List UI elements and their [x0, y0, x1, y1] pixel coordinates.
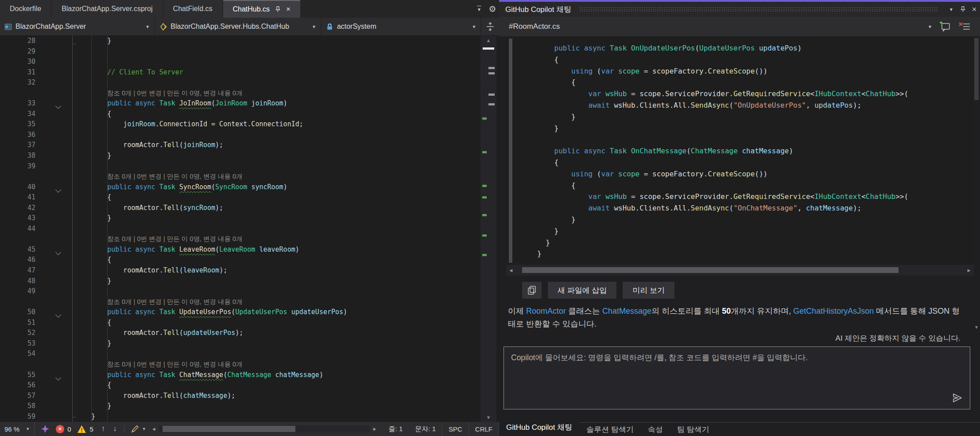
- code-token: {: [75, 381, 111, 389]
- send-button[interactable]: [952, 393, 963, 403]
- code-token: var: [589, 192, 601, 201]
- error-summary[interactable]: × 0: [56, 425, 71, 433]
- tool-tab[interactable]: 팀 탐색기: [670, 424, 717, 435]
- status-line-ending[interactable]: CRLF: [469, 422, 499, 436]
- scrollbar-thumb[interactable]: [974, 38, 979, 100]
- line-number: 38: [0, 151, 35, 161]
- code-token: ): [319, 371, 323, 379]
- tool-tab-copilot-active[interactable]: GitHub Copilot 채팅: [499, 418, 579, 436]
- tab-chathub-active[interactable]: ChatHub.cs ×: [223, 0, 301, 18]
- status-line-number[interactable]: 줄: 1: [383, 422, 409, 436]
- close-icon[interactable]: ×: [968, 5, 980, 14]
- code-line: {: [537, 180, 908, 191]
- gear-icon[interactable]: ⚙: [486, 0, 499, 18]
- code-token: Tell: [163, 266, 179, 274]
- context-file-combobox[interactable]: #RoomActor.cs ▼: [504, 20, 932, 33]
- response-link[interactable]: ChatMessage: [602, 307, 651, 315]
- scrollbar-thumb[interactable]: [163, 426, 295, 432]
- code-token: "OnChatMessage": [733, 204, 798, 212]
- navigate-up-icon[interactable]: ↑: [101, 424, 105, 433]
- warning-summary[interactable]: 5: [77, 425, 93, 433]
- navigate-down-icon[interactable]: ↓: [113, 424, 117, 433]
- scrollbar-track[interactable]: [159, 425, 370, 432]
- codelens-link[interactable]: 참조 0개 | 0번 변경 | 만든 이 0명, 변경 내용 0개: [107, 297, 243, 308]
- preview-button[interactable]: 미리 보기: [623, 282, 674, 299]
- code-token: (: [729, 204, 734, 212]
- status-column-number[interactable]: 문자: 1: [409, 422, 442, 436]
- scrollbar-thumb[interactable]: [522, 267, 899, 273]
- code-token: UpdateUserPos: [235, 308, 287, 316]
- code-token: async: [135, 245, 155, 253]
- scroll-left-icon[interactable]: ◄: [506, 268, 516, 273]
- chevron-down-icon: ▼: [145, 24, 150, 29]
- scroll-up-icon[interactable]: ▲: [480, 36, 496, 45]
- copilot-code-block[interactable]: public async Task OnUpdateUserPos(Update…: [506, 36, 974, 265]
- window-position-icon[interactable]: ▼: [945, 7, 957, 12]
- code-line: {: [537, 77, 908, 88]
- codelens-link[interactable]: 참조 0개 | 0번 변경 | 만든 이 0명, 변경 내용 0개: [107, 88, 243, 99]
- code-token: {: [537, 78, 576, 86]
- insert-new-file-button[interactable]: 새 파일에 삽입: [548, 282, 616, 299]
- project-dropdown[interactable]: BlazorChatApp.Server ▼: [0, 18, 155, 35]
- zoom-control[interactable]: 96 % ▼: [0, 422, 35, 436]
- tab-dockerfile[interactable]: Dockerfile: [0, 0, 51, 18]
- code-token: using: [571, 67, 593, 75]
- split-editor-button[interactable]: [481, 18, 499, 35]
- chevron-down-icon: [55, 312, 61, 318]
- pin-icon[interactable]: [957, 6, 968, 12]
- clear-chat-button[interactable]: [958, 20, 971, 33]
- chevron-down-icon: ▼: [142, 427, 146, 431]
- chevron-down-icon: [55, 249, 61, 255]
- scroll-left-icon[interactable]: ◄: [151, 426, 156, 432]
- type-dropdown[interactable]: BlazorChatApp.Server.Hubs.ChatHub ▼: [155, 18, 322, 35]
- scroll-down-icon[interactable]: ▼: [973, 325, 980, 330]
- codelens-link[interactable]: 참조 0개 | 0번 변경 | 만든 이 0명, 변경 내용 0개: [107, 359, 243, 370]
- code-horizontal-scrollbar[interactable]: ◄ ►: [506, 265, 974, 276]
- response-link[interactable]: RoomActor: [526, 307, 566, 315]
- scrollbar-thumb[interactable]: [483, 47, 494, 50]
- codelens-row: 참조 0개 | 0번 변경 | 만든 이 0명, 변경 내용 0개: [0, 359, 480, 370]
- code-token: JoInRoom: [179, 99, 211, 107]
- code-token: [175, 308, 179, 316]
- editor-horizontal-scrollbar[interactable]: ◄ ►: [151, 425, 377, 433]
- suggestion-icon[interactable]: [41, 424, 50, 433]
- response-text: 클래스는: [566, 307, 602, 315]
- format-brush-button[interactable]: ▼: [131, 424, 146, 433]
- response-link[interactable]: GetChatHistoryAsJson: [793, 307, 874, 315]
- scroll-right-icon[interactable]: ►: [372, 426, 377, 432]
- code-token: var: [601, 67, 614, 75]
- pin-icon[interactable]: [275, 6, 281, 12]
- new-chat-button[interactable]: [938, 20, 952, 33]
- codelens-link[interactable]: 참조 0개 | 0번 변경 | 만든 이 0명, 변경 내용 0개: [107, 234, 243, 245]
- scroll-right-icon[interactable]: ►: [964, 268, 974, 273]
- panel-vertical-scrollbar[interactable]: ▼: [973, 37, 980, 330]
- code-token: (: [179, 266, 183, 274]
- code-token: public: [554, 147, 580, 155]
- tab-chatfield[interactable]: ChatField.cs: [163, 0, 222, 18]
- chat-input[interactable]: [504, 347, 970, 409]
- context-row: #RoomActor.cs ▼: [499, 17, 980, 36]
- member-dropdown[interactable]: actorSystem ▼: [322, 18, 482, 35]
- tab-overflow-icon[interactable]: ▼: [473, 0, 486, 18]
- code-line: public async Task OnChatMessage(ChatMess…: [537, 145, 908, 157]
- copy-code-button[interactable]: [522, 282, 542, 299]
- code-line: 51 {: [0, 318, 480, 328]
- codelens-link[interactable]: 참조 0개 | 0번 변경 | 만든 이 0명, 변경 내용 0개: [107, 171, 243, 182]
- code-token: ): [343, 308, 347, 316]
- code-line: 50 public async Task UpdateUserPos(Updat…: [0, 307, 480, 318]
- code-token: SendAsync: [691, 101, 729, 109]
- close-icon[interactable]: ×: [286, 5, 291, 14]
- tool-tab[interactable]: 속성: [641, 424, 670, 435]
- scrollbar-track[interactable]: [516, 265, 964, 276]
- code-token: async: [135, 371, 155, 379]
- tool-tab[interactable]: 솔루션 탐색기: [579, 424, 641, 435]
- code-token: [537, 90, 589, 98]
- status-space-mode[interactable]: SPC: [442, 422, 469, 436]
- scroll-down-icon[interactable]: ▼: [480, 413, 496, 422]
- code-editor[interactable]: 28 }293031 // Client To Server32참조 0개 | …: [0, 36, 499, 422]
- response-text: 개까지 유지하며,: [731, 307, 793, 315]
- editor-vertical-scrollbar[interactable]: ▲ ▼: [480, 36, 496, 422]
- line-number: 51: [0, 318, 35, 328]
- tab-csproj[interactable]: BlazorChatApp.Server.csproj: [52, 0, 162, 18]
- copilot-title-bar[interactable]: GitHub Copilot 채팅 ▼ ×: [499, 2, 980, 17]
